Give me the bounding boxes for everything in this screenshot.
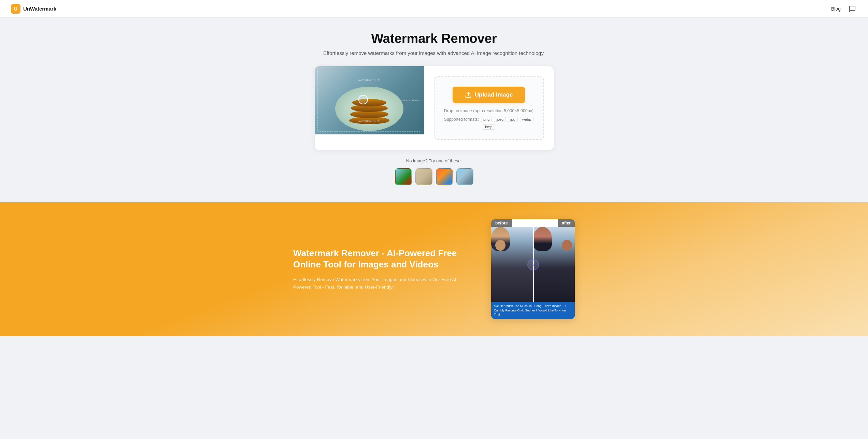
pancake-stack [349,93,390,124]
photo-left [491,227,533,302]
wm-text-1: unwatermark [318,78,421,82]
hero-section: Watermark Remover Effortlessly remove wa… [0,18,868,202]
formats-label: Supported formats: [444,117,479,122]
format-png: png [481,117,492,122]
ba-header: before after [491,219,575,227]
orange-title: Watermark Remover - AI-Powered Free Onli… [293,248,464,271]
logo-icon: U [11,4,20,14]
logo[interactable]: U UnWatermark [11,4,56,14]
head2 [562,240,572,251]
tool-area: unwatermark unwatermark unwatermark Uplo… [315,66,554,150]
format-jpeg: jpeg [494,117,506,122]
format-webp: webp [520,117,533,122]
before-after-card: before after π ave Her Music Too Much [491,219,575,319]
header-right: Blog [831,4,857,14]
header: U UnWatermark Blog [0,0,868,18]
sample-thumb-sunset[interactable] [436,168,453,185]
hero-subtitle: Effortlessly remove watermarks from your… [7,50,861,56]
sample-thumbs [395,168,473,185]
after-label: after [558,219,575,227]
page-title: Watermark Remover [7,31,861,46]
logo-text: UnWatermark [23,6,56,12]
orange-text-col: Watermark Remover - AI-Powered Free Onli… [293,248,464,291]
caption-bar: ave Her Music Too Much To I Song. That's… [491,302,575,319]
orange-section: Watermark Remover - AI-Powered Free Onli… [0,202,868,336]
orange-desc: Effortlessly Remove Watermarks from Your… [293,276,464,291]
after-half [533,227,575,302]
sample-thumb-house[interactable] [395,168,412,185]
photo-right [533,227,575,302]
before-label: before [491,219,512,227]
format-jpg: jpg [508,117,518,122]
sample-hint: No image? Try one of these: [406,158,462,163]
watermark-circle: π [527,259,539,270]
pancake-4 [352,99,386,106]
ba-images: π [491,227,575,302]
upload-area: Upload Image Drop an image (upto resolut… [424,66,554,150]
blog-link[interactable]: Blog [831,6,841,12]
before-half [491,227,533,302]
drop-text: Drop an image (upto resolution 5,000×5,0… [444,108,533,113]
feedback-icon[interactable] [848,4,857,14]
upload-button-label: Upload Image [475,91,513,98]
preview-image: unwatermark unwatermark unwatermark [315,66,424,134]
upload-button[interactable]: Upload Image [453,87,525,103]
upload-dropzone[interactable]: Upload Image Drop an image (upto resolut… [434,76,544,140]
upload-icon [465,91,472,98]
sample-row: No image? Try one of these: [7,158,861,185]
sample-thumb-city[interactable] [456,168,473,185]
format-bmp: bmp [483,124,495,130]
selection-circle [358,95,368,104]
sample-thumb-cat[interactable] [415,168,432,185]
formats-row: Supported formats: png jpeg jpg webp bmp [443,117,535,130]
person2 [533,227,552,251]
